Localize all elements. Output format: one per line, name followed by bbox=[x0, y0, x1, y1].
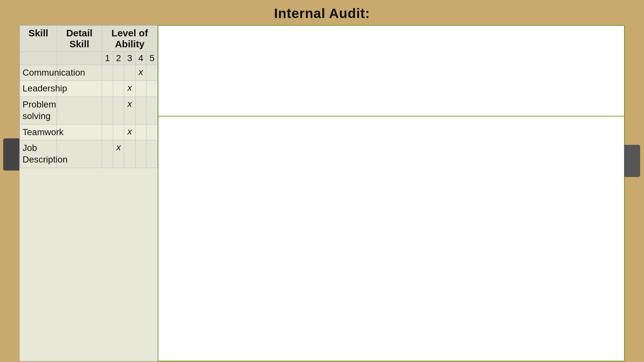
level-4-communication: x bbox=[135, 65, 146, 81]
skill-leadership: Leadership bbox=[20, 81, 57, 97]
level-3-teamwork: x bbox=[124, 124, 135, 140]
col-level-5: 5 bbox=[146, 52, 158, 65]
level-2-problemsolving bbox=[113, 97, 124, 124]
level-2-communication bbox=[113, 65, 124, 81]
level-1-communication bbox=[102, 65, 113, 81]
level-2-leadership bbox=[113, 81, 124, 97]
level-3-problemsolving: x bbox=[124, 97, 135, 124]
col-sub-detail bbox=[57, 52, 102, 65]
level-5-teamwork bbox=[146, 124, 158, 140]
col-header-ability: Level of Ability bbox=[102, 26, 158, 52]
table-header-row-2: 1 2 3 4 5 bbox=[20, 52, 158, 65]
main-content: Skill Detail Skill Level of Ability 1 2 … bbox=[19, 25, 625, 361]
panel-divider bbox=[158, 116, 624, 116]
level-1-leadership bbox=[102, 81, 113, 97]
level-1-problemsolving bbox=[102, 97, 113, 124]
table-row: Job Description x bbox=[20, 140, 158, 168]
level-5-jobdescription bbox=[146, 140, 158, 168]
level-4-leadership bbox=[135, 81, 146, 97]
level-2-teamwork bbox=[113, 124, 124, 140]
col-header-skill: Skill bbox=[20, 26, 57, 52]
level-3-leadership: x bbox=[124, 81, 135, 97]
level-4-problemsolving bbox=[135, 97, 146, 124]
table-section: Skill Detail Skill Level of Ability 1 2 … bbox=[19, 25, 158, 361]
skill-communication: Communication bbox=[20, 65, 57, 81]
right-panel bbox=[158, 25, 625, 361]
col-level-2: 2 bbox=[113, 52, 124, 65]
level-5-leadership bbox=[146, 81, 158, 97]
table-header-row-1: Skill Detail Skill Level of Ability bbox=[20, 26, 158, 52]
level-2-jobdescription: x bbox=[113, 140, 124, 168]
nav-tab-right[interactable] bbox=[624, 145, 640, 177]
level-3-jobdescription bbox=[124, 140, 135, 168]
skill-teamwork: Teamwork bbox=[20, 124, 57, 140]
page-title: Internal Audit: bbox=[0, 0, 644, 25]
col-level-1: 1 bbox=[102, 52, 113, 65]
skill-jobdescription: Job Description bbox=[20, 140, 57, 168]
col-level-3: 3 bbox=[124, 52, 135, 65]
level-1-teamwork bbox=[102, 124, 113, 140]
detail-problemsolving bbox=[57, 97, 102, 124]
skills-table: Skill Detail Skill Level of Ability 1 2 … bbox=[20, 25, 158, 168]
level-5-problemsolving bbox=[146, 97, 158, 124]
level-4-teamwork bbox=[135, 124, 146, 140]
table-row: Communication x bbox=[20, 65, 158, 81]
level-1-jobdescription bbox=[102, 140, 113, 168]
nav-tab-left[interactable] bbox=[3, 138, 19, 171]
table-row: Leadership x bbox=[20, 81, 158, 97]
table-row: Teamwork x bbox=[20, 124, 158, 140]
col-sub-skill bbox=[20, 52, 57, 65]
level-4-jobdescription bbox=[135, 140, 146, 168]
table-row: Problem solving x bbox=[20, 97, 158, 124]
level-3-communication bbox=[124, 65, 135, 81]
skill-problemsolving: Problem solving bbox=[20, 97, 57, 124]
col-header-detail: Detail Skill bbox=[57, 26, 102, 52]
col-level-4: 4 bbox=[135, 52, 146, 65]
level-5-communication bbox=[146, 65, 158, 81]
